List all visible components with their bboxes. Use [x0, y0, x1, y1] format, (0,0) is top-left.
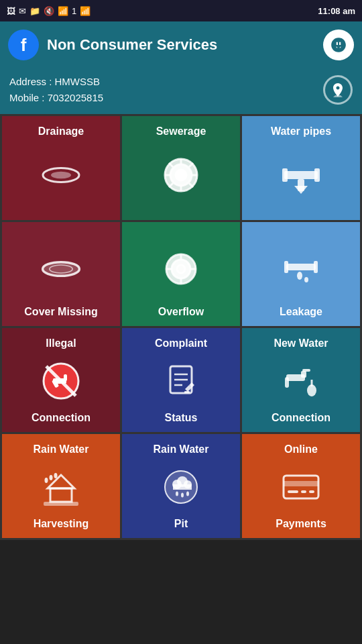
drainage-label: Drainage [7, 125, 115, 138]
overflow-item[interactable]: Overflow [122, 222, 240, 326]
rain-pit-icon [161, 460, 201, 514]
svg-rect-55 [44, 502, 78, 506]
rain-harvesting-icon [41, 460, 81, 514]
svg-point-4 [176, 170, 186, 180]
settings-icon[interactable] [323, 30, 354, 60]
rain-pit-top-label: Rain Water [127, 443, 235, 455]
sewerage-item[interactable]: Sewerage [122, 116, 240, 220]
svg-rect-65 [284, 481, 318, 486]
cover-missing-icon [41, 235, 81, 302]
overflow-icon [161, 235, 201, 302]
new-water-item[interactable]: New Water Connection [242, 328, 360, 432]
new-water-connection-label: Connection [247, 412, 355, 424]
leakage-item[interactable]: Leakage [242, 222, 360, 326]
svg-point-22 [177, 265, 185, 273]
svg-rect-35 [64, 374, 67, 381]
complaint-status-label: Status [127, 412, 235, 424]
new-water-icon [281, 354, 321, 408]
status-bar: 🖼✉📁 🔇📶1📶 11:08 am [0, 0, 362, 21]
rain-harvesting-top-label: Rain Water [7, 443, 115, 455]
status-time: 11:08 am [318, 6, 355, 16]
drainage-item[interactable]: Drainage [2, 116, 120, 220]
header: f Non Consumer Services [0, 21, 362, 68]
svg-rect-27 [286, 264, 316, 270]
svg-rect-46 [301, 371, 306, 378]
cover-missing-label: Cover Missing [7, 306, 115, 318]
svg-rect-30 [284, 261, 288, 273]
svg-rect-16 [282, 168, 288, 182]
rain-harvesting-item[interactable]: Rain Water Harvesting [2, 434, 120, 538]
water-pipes-label: Water pipes [247, 125, 355, 138]
online-payments-top-label: Online [247, 443, 355, 455]
svg-point-52 [45, 478, 48, 483]
svg-rect-67 [301, 490, 306, 493]
illegal-item[interactable]: Illegal Connection [2, 328, 120, 432]
svg-rect-60 [173, 484, 192, 490]
leakage-label: Leakage [247, 306, 355, 318]
svg-rect-51 [50, 488, 72, 502]
svg-point-61 [176, 491, 178, 496]
svg-rect-49 [302, 369, 310, 372]
leakage-icon [281, 235, 321, 302]
svg-rect-44 [184, 391, 190, 393]
illegal-icon [41, 354, 81, 408]
svg-rect-13 [284, 171, 318, 179]
water-pipes-item[interactable]: Water pipes [242, 116, 360, 220]
sewerage-label: Sewerage [127, 125, 235, 138]
rain-pit-item[interactable]: Rain Water Pit [122, 434, 240, 538]
rain-pit-bottom-label: Pit [127, 518, 235, 530]
svg-rect-47 [285, 377, 289, 388]
address-icon[interactable] [323, 75, 353, 105]
new-water-label: New Water [247, 337, 355, 350]
complaint-item[interactable]: Complaint Status [122, 328, 240, 432]
svg-point-1 [51, 171, 71, 178]
svg-point-29 [304, 277, 308, 282]
facebook-icon[interactable]: f [8, 30, 39, 60]
address-text: Address : HMWSSB Mobile : 7032025815 [9, 74, 103, 106]
water-pipes-icon [281, 142, 321, 208]
svg-rect-17 [314, 168, 320, 182]
status-icons: 🖼✉📁 🔇📶1📶 [7, 6, 90, 16]
svg-rect-31 [314, 261, 318, 273]
rain-harvesting-bottom-label: Harvesting [7, 518, 115, 530]
complaint-label: Complaint [127, 337, 235, 350]
illegal-connection-label: Connection [7, 412, 115, 424]
services-grid: Drainage Sewerage [0, 114, 362, 540]
svg-point-18 [43, 262, 80, 276]
overflow-label: Overflow [127, 306, 235, 318]
address-bar: Address : HMWSSB Mobile : 7032025815 [0, 68, 362, 114]
svg-rect-64 [284, 476, 318, 498]
svg-rect-66 [288, 490, 298, 493]
cover-missing-item[interactable]: Cover Missing [2, 222, 120, 326]
drainage-icon [41, 142, 81, 208]
sewerage-icon [161, 142, 201, 208]
app-title: Non Consumer Services [47, 36, 315, 54]
svg-point-28 [297, 272, 302, 280]
illegal-label: Illegal [7, 337, 115, 350]
complaint-icon [161, 354, 201, 408]
svg-marker-15 [294, 186, 308, 194]
svg-point-63 [186, 491, 189, 496]
online-payments-bottom-label: Payments [247, 518, 355, 530]
online-payments-icon [281, 460, 321, 514]
svg-rect-68 [309, 490, 314, 493]
svg-point-62 [181, 492, 184, 497]
online-payments-item[interactable]: Online Payments [242, 434, 360, 538]
svg-point-53 [50, 475, 53, 480]
svg-point-54 [54, 473, 58, 478]
